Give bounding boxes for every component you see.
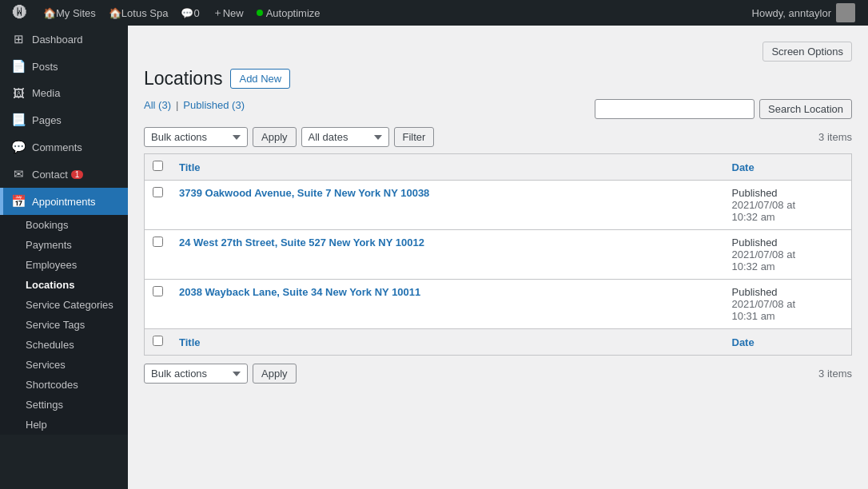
autoptimize-status-dot	[257, 10, 263, 16]
sidebar-subitem-employees[interactable]: Employees	[0, 255, 128, 275]
table-footer-date: Date	[724, 329, 852, 356]
sidebar-item-posts[interactable]: 📄 Posts	[0, 53, 128, 80]
filter-separator: |	[176, 99, 178, 111]
sidebar-subitem-services[interactable]: Services	[0, 355, 128, 375]
submenu-item-label: Service Tags	[26, 319, 85, 331]
appointments-icon: 📅	[11, 194, 26, 209]
row-2-checkbox[interactable]	[153, 237, 163, 247]
sidebar-item-comments[interactable]: 💬 Comments	[0, 133, 128, 161]
screen-options-button[interactable]: Screen Options	[762, 42, 852, 62]
my-sites-icon: 🏠	[43, 7, 56, 19]
submenu-item-label: Payments	[26, 239, 72, 251]
search-location-button[interactable]: Search Location	[759, 99, 852, 119]
bulk-actions-bottom-select[interactable]: Bulk actions	[144, 364, 248, 384]
contact-badge: 1	[71, 170, 84, 179]
sidebar-item-label: Contact	[32, 169, 68, 181]
dates-filter-select[interactable]: All dates	[301, 127, 389, 147]
filter-published-label: Published	[183, 99, 229, 111]
sidebar-item-appointments[interactable]: 📅 Appointments	[0, 188, 128, 215]
row-3-date: 2021/07/08 at	[732, 298, 796, 310]
new-label: New	[223, 7, 244, 19]
add-new-button[interactable]: Add New	[230, 69, 290, 89]
site-name-menu[interactable]: 🏠 Lotus Spa	[102, 0, 175, 26]
sidebar-subitem-schedules[interactable]: Schedules	[0, 335, 128, 355]
comments-count: 0	[193, 7, 199, 19]
filter-all-label: All	[144, 99, 155, 111]
row-date-cell: Published 2021/07/08 at 10:32 am	[724, 181, 852, 230]
table-header-check	[145, 154, 172, 181]
table-footer-title: Title	[171, 329, 724, 356]
my-sites-menu[interactable]: 🏠 My Sites	[37, 0, 102, 26]
items-count-top: 3 items	[818, 131, 852, 143]
row-date-cell: Published 2021/07/08 at 10:31 am	[724, 280, 852, 329]
row-2-status: Published	[732, 237, 778, 248]
footer-title-label: Title	[179, 336, 201, 348]
row-1-date: 2021/07/08 at	[732, 199, 796, 211]
filter-button[interactable]: Filter	[394, 127, 435, 147]
sidebar-item-label: Dashboard	[32, 34, 83, 46]
search-area: Search Location	[595, 99, 852, 119]
sidebar-item-contact[interactable]: ✉ Contact 1	[0, 161, 128, 188]
sidebar-item-dashboard[interactable]: ⊞ Dashboard	[0, 26, 128, 53]
sidebar: ⊞ Dashboard 📄 Posts 🖼 Media 📃 Pages 💬 Co…	[0, 26, 128, 489]
filter-all-link[interactable]: All (3)	[144, 99, 171, 111]
table-header-title[interactable]: Title	[171, 154, 724, 181]
sidebar-subitem-shortcodes[interactable]: Shortcodes	[0, 375, 128, 395]
new-content-menu[interactable]: ＋ New	[206, 0, 250, 26]
sidebar-subitem-service-categories[interactable]: Service Categories	[0, 295, 128, 315]
bottom-controls: Bulk actions Apply 3 items	[144, 364, 852, 384]
sidebar-item-pages[interactable]: 📃 Pages	[0, 106, 128, 133]
date-sort-link[interactable]: Date	[732, 161, 755, 173]
autoptimize-menu[interactable]: Autoptimize	[250, 0, 327, 26]
search-input[interactable]	[595, 99, 755, 119]
submenu-item-label: Locations	[26, 279, 74, 291]
submenu-item-label: Employees	[26, 259, 77, 271]
sidebar-item-label: Comments	[32, 141, 82, 153]
user-info[interactable]: Howdy, anntaylor	[746, 0, 862, 26]
bulk-actions-select[interactable]: Bulk actions	[144, 127, 248, 147]
row-1-title-link[interactable]: 3739 Oakwood Avenue, Suite 7 New York NY…	[179, 187, 429, 199]
sidebar-item-label: Pages	[32, 114, 62, 126]
apply-button[interactable]: Apply	[253, 127, 297, 147]
sidebar-subitem-payments[interactable]: Payments	[0, 235, 128, 255]
plus-icon: ＋	[213, 6, 223, 20]
select-all-footer-checkbox[interactable]	[153, 336, 163, 346]
filter-published-link[interactable]: Published (3)	[183, 99, 245, 111]
submenu-item-label: Settings	[26, 399, 63, 411]
avatar	[836, 3, 855, 22]
row-3-checkbox[interactable]	[153, 286, 163, 296]
sidebar-subitem-bookings[interactable]: Bookings	[0, 215, 128, 235]
row-2-title-link[interactable]: 24 West 27th Street, Suite 527 New York …	[179, 237, 424, 248]
howdy-label: Howdy, anntaylor	[752, 7, 831, 19]
row-1-status: Published	[732, 187, 778, 199]
main-content: Screen Options Locations Add New All (3)…	[128, 26, 868, 489]
row-1-checkbox[interactable]	[153, 187, 163, 197]
sidebar-item-label: Media	[32, 87, 60, 99]
locations-table: Title Date 3739 Oakwood	[144, 153, 852, 356]
row-3-time: 10:31 am	[732, 310, 775, 322]
row-3-title-link[interactable]: 2038 Wayback Lane, Suite 34 New York NY …	[179, 286, 420, 298]
select-all-checkbox[interactable]	[153, 161, 163, 171]
comment-icon: 💬	[181, 7, 193, 19]
sidebar-item-label: Appointments	[32, 196, 96, 208]
sidebar-subitem-settings[interactable]: Settings	[0, 395, 128, 415]
table-header-date[interactable]: Date	[724, 154, 852, 181]
title-sort-link[interactable]: Title	[179, 161, 201, 173]
table-row: 24 West 27th Street, Suite 527 New York …	[145, 230, 852, 280]
submenu-item-label: Service Categories	[26, 299, 113, 311]
sidebar-subitem-locations[interactable]: Locations	[0, 275, 128, 295]
items-count-bottom: 3 items	[818, 368, 852, 380]
top-controls: Bulk actions Apply All dates Filter 3 it…	[144, 127, 852, 147]
dashboard-icon: ⊞	[11, 32, 26, 46]
apply-bottom-button[interactable]: Apply	[253, 364, 297, 384]
comments-menu[interactable]: 💬 0	[174, 0, 205, 26]
sidebar-subitem-service-tags[interactable]: Service Tags	[0, 315, 128, 335]
sidebar-subitem-help[interactable]: Help	[0, 415, 128, 435]
pages-icon: 📃	[11, 113, 26, 127]
media-icon: 🖼	[11, 86, 26, 100]
wp-logo[interactable]: 🅦	[6, 0, 34, 26]
sidebar-item-media[interactable]: 🖼 Media	[0, 80, 128, 106]
filter-all-count: (3)	[158, 99, 171, 111]
my-sites-label: My Sites	[56, 7, 96, 19]
table-footer-check	[145, 329, 172, 356]
